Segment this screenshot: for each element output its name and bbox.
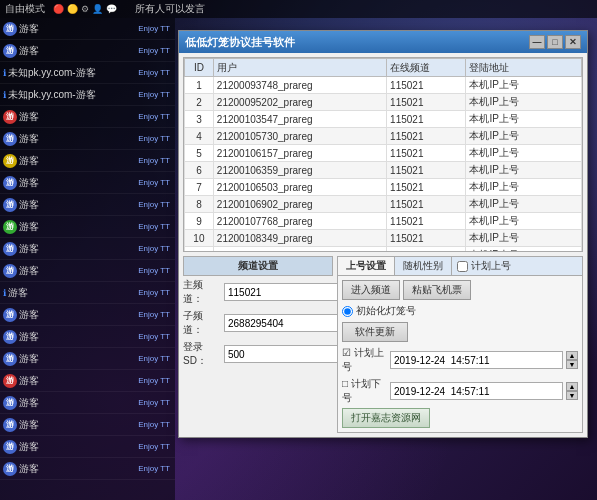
date-spin-off: ▲ ▼ xyxy=(566,382,578,400)
list-item[interactable]: 游 游客 Enjoy TT xyxy=(0,458,175,480)
user-icon: 游 xyxy=(3,110,17,124)
list-item[interactable]: ℹ 未知pk.yy.com-游客 Enjoy TT xyxy=(0,62,175,84)
spin-up[interactable]: ▲ xyxy=(566,351,578,360)
badge: Enjoy TT xyxy=(136,24,172,33)
list-item[interactable]: 游 游客 Enjoy TT xyxy=(0,106,175,128)
maximize-button[interactable]: □ xyxy=(547,35,563,49)
cell-id: 2 xyxy=(185,94,214,111)
cell-user: 21200108349_prareg xyxy=(213,230,386,247)
icon2[interactable]: 🟡 xyxy=(67,4,78,14)
list-item[interactable]: 游 游客 Enjoy TT xyxy=(0,260,175,282)
cell-id: 10 xyxy=(185,230,214,247)
right-panel: 上号设置 随机性别 计划上号 进入频道 粘贴飞机票 初始化灯笼号 xyxy=(337,256,583,433)
list-item[interactable]: 游 游客 Enjoy TT xyxy=(0,194,175,216)
list-item[interactable]: ℹ 游客 Enjoy TT xyxy=(0,282,175,304)
user-icon: 游 xyxy=(3,242,17,256)
resource-button[interactable]: 打开嘉志资源网 xyxy=(342,408,430,428)
list-item[interactable]: 游 游客 Enjoy TT xyxy=(0,172,175,194)
cell-online: 115021 xyxy=(387,179,466,196)
list-item[interactable]: 游 游客 Enjoy TT xyxy=(0,414,175,436)
checkbox-plan-on-container: 计划上号 xyxy=(452,257,516,275)
info-icon: ℹ xyxy=(3,90,6,100)
cell-online: 115021 xyxy=(387,196,466,213)
freq-panel: 频道设置 主频道： 子频道： 登录SD： xyxy=(183,256,333,433)
close-button[interactable]: ✕ xyxy=(565,35,581,49)
user-icon: 游 xyxy=(3,330,17,344)
action-btn-row: 进入频道 粘贴飞机票 xyxy=(342,280,578,300)
icon5[interactable]: 💬 xyxy=(106,4,117,14)
cell-id: 8 xyxy=(185,196,214,213)
user-name: 游客 xyxy=(19,220,134,234)
user-name: 游客 xyxy=(19,440,134,454)
list-item[interactable]: 游 游客 Enjoy TT xyxy=(0,370,175,392)
table-row[interactable]: 1 21200093748_prareg 115021 本机IP上号 xyxy=(185,77,582,94)
user-name: 游客 xyxy=(19,110,134,124)
date-plan-on-input[interactable] xyxy=(390,351,563,369)
icon4[interactable]: 👤 xyxy=(92,4,103,14)
list-item[interactable]: 游 游客 Enjoy TT xyxy=(0,216,175,238)
cell-user: 21200106157_prareg xyxy=(213,145,386,162)
user-icon: 游 xyxy=(3,462,17,476)
list-item[interactable]: 游 游客 Enjoy TT xyxy=(0,128,175,150)
user-name: 游客 xyxy=(19,352,134,366)
table-row[interactable]: 7 21200106503_prareg 115021 本机IP上号 xyxy=(185,179,582,196)
icon3[interactable]: ⚙ xyxy=(81,4,89,14)
list-item[interactable]: 游 游客 Enjoy TT xyxy=(0,304,175,326)
table-row[interactable]: 11 21200108491_prareg 115021 本机IP上号 xyxy=(185,247,582,253)
badge: Enjoy TT xyxy=(136,68,172,77)
cell-id: 5 xyxy=(185,145,214,162)
user-icon: 游 xyxy=(3,352,17,366)
list-item[interactable]: 游 游客 Enjoy TT xyxy=(0,40,175,62)
badge: Enjoy TT xyxy=(136,178,172,187)
spin-down-off[interactable]: ▼ xyxy=(566,391,578,400)
checkbox-plan-on[interactable] xyxy=(457,261,468,272)
list-item[interactable]: 游 游客 Enjoy TT xyxy=(0,238,175,260)
sub-channel-label: 子频道： xyxy=(183,309,221,337)
cell-addr: 本机IP上号 xyxy=(466,145,582,162)
col-addr-header: 登陆地址 xyxy=(466,59,582,77)
list-item[interactable]: 游 游客 Enjoy TT xyxy=(0,150,175,172)
list-item[interactable]: 游 游客 Enjoy TT xyxy=(0,392,175,414)
date-plan-off-input[interactable] xyxy=(390,382,563,400)
list-item[interactable]: 游 游客 Enjoy TT xyxy=(0,436,175,458)
table-row[interactable]: 9 21200107768_prareg 115021 本机IP上号 xyxy=(185,213,582,230)
table-row[interactable]: 5 21200106157_prareg 115021 本机IP上号 xyxy=(185,145,582,162)
radio-init[interactable] xyxy=(342,306,353,317)
list-item[interactable]: 游 游客 Enjoy TT xyxy=(0,18,175,40)
user-name: 游客 xyxy=(19,374,134,388)
tab-settings[interactable]: 上号设置 xyxy=(338,257,395,275)
list-item[interactable]: ℹ 未知pk.yy.com-游客 Enjoy TT xyxy=(0,84,175,106)
table-row[interactable]: 3 21200103547_prareg 115021 本机IP上号 xyxy=(185,111,582,128)
user-icon: 游 xyxy=(3,220,17,234)
cell-id: 7 xyxy=(185,179,214,196)
update-button[interactable]: 软件更新 xyxy=(342,322,408,342)
icon1[interactable]: 🔴 xyxy=(53,4,64,14)
cell-user: 21200106503_prareg xyxy=(213,179,386,196)
table-row[interactable]: 4 21200105730_prareg 115021 本机IP上号 xyxy=(185,128,582,145)
freq-panel-title: 频道设置 xyxy=(183,256,333,276)
table-row[interactable]: 2 21200095202_prareg 115021 本机IP上号 xyxy=(185,94,582,111)
tab-random-gender[interactable]: 随机性别 xyxy=(395,257,452,275)
cell-user: 21200105730_prareg xyxy=(213,128,386,145)
login-sd-row: 登录SD： xyxy=(183,340,333,368)
spin-down[interactable]: ▼ xyxy=(566,360,578,369)
list-item[interactable]: 游 游客 Enjoy TT xyxy=(0,326,175,348)
table-row[interactable]: 10 21200108349_prareg 115021 本机IP上号 xyxy=(185,230,582,247)
cell-online: 115021 xyxy=(387,128,466,145)
badge: Enjoy TT xyxy=(136,266,172,275)
spin-up-off[interactable]: ▲ xyxy=(566,382,578,391)
mode-label: 自由模式 xyxy=(5,2,45,16)
data-table-container: ID 用户 在线频道 登陆地址 1 21200093748_prareg 115… xyxy=(183,57,583,252)
minimize-button[interactable]: — xyxy=(529,35,545,49)
cell-addr: 本机IP上号 xyxy=(466,230,582,247)
date-plan-off-label: □ 计划下号 xyxy=(342,377,387,405)
table-row[interactable]: 8 21200106902_prareg 115021 本机IP上号 xyxy=(185,196,582,213)
paste-ticket-button[interactable]: 粘贴飞机票 xyxy=(403,280,471,300)
badge: Enjoy TT xyxy=(136,420,172,429)
enter-channel-button[interactable]: 进入频道 xyxy=(342,280,400,300)
table-row[interactable]: 6 21200106359_prareg 115021 本机IP上号 xyxy=(185,162,582,179)
user-name: 游客 xyxy=(19,396,134,410)
dialog-title-bar[interactable]: 低低灯笼协议挂号软件 — □ ✕ xyxy=(179,31,587,53)
list-item[interactable]: 游 游客 Enjoy TT xyxy=(0,348,175,370)
dialog-title: 低低灯笼协议挂号软件 xyxy=(185,35,527,50)
